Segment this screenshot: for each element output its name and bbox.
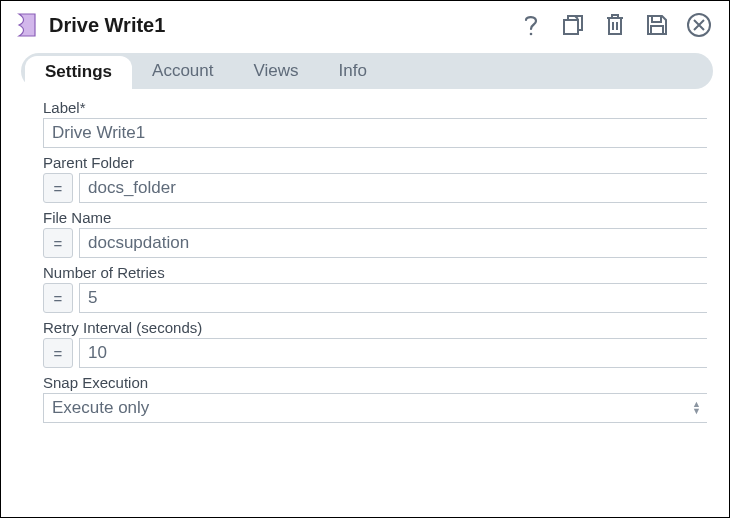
expression-toggle-button[interactable]: = xyxy=(43,173,73,203)
copy-icon[interactable] xyxy=(559,11,587,39)
tab-settings[interactable]: Settings xyxy=(25,56,132,90)
window-title: Drive Write1 xyxy=(49,14,509,37)
save-icon[interactable] xyxy=(643,11,671,39)
settings-form: Label* Parent Folder = File Name = Numbe… xyxy=(1,89,729,423)
file-name-field-group: File Name = xyxy=(43,209,707,258)
tab-bar: Settings Account Views Info xyxy=(21,53,713,89)
svg-rect-1 xyxy=(564,20,578,34)
expression-toggle-button[interactable]: = xyxy=(43,283,73,313)
retries-field-group: Number of Retries = xyxy=(43,264,707,313)
help-icon[interactable] xyxy=(517,11,545,39)
svg-rect-2 xyxy=(652,16,661,22)
close-icon[interactable] xyxy=(685,11,713,39)
snap-settings-window: Drive Write1 xyxy=(0,0,730,518)
retries-caption: Number of Retries xyxy=(43,264,707,281)
parent-folder-input[interactable] xyxy=(79,173,707,203)
retry-interval-caption: Retry Interval (seconds) xyxy=(43,319,707,336)
parent-folder-caption: Parent Folder xyxy=(43,154,707,171)
svg-rect-3 xyxy=(651,26,663,34)
svg-point-0 xyxy=(530,33,533,36)
titlebar: Drive Write1 xyxy=(1,1,729,47)
label-caption: Label* xyxy=(43,99,707,116)
snap-execution-field-group: Snap Execution ▲▼ xyxy=(43,374,707,423)
expression-toggle-button[interactable]: = xyxy=(43,228,73,258)
retry-interval-input[interactable] xyxy=(79,338,707,368)
retries-input[interactable] xyxy=(79,283,707,313)
label-input[interactable] xyxy=(43,118,707,148)
delete-icon[interactable] xyxy=(601,11,629,39)
snap-execution-select[interactable] xyxy=(43,393,707,423)
snap-icon xyxy=(15,12,37,38)
retry-interval-field-group: Retry Interval (seconds) = xyxy=(43,319,707,368)
expression-toggle-button[interactable]: = xyxy=(43,338,73,368)
snap-execution-caption: Snap Execution xyxy=(43,374,707,391)
label-field-group: Label* xyxy=(43,99,707,148)
tab-info[interactable]: Info xyxy=(319,55,387,87)
tab-views[interactable]: Views xyxy=(234,55,319,87)
toolbar xyxy=(517,11,713,39)
file-name-input[interactable] xyxy=(79,228,707,258)
parent-folder-field-group: Parent Folder = xyxy=(43,154,707,203)
file-name-caption: File Name xyxy=(43,209,707,226)
tab-account[interactable]: Account xyxy=(132,55,233,87)
